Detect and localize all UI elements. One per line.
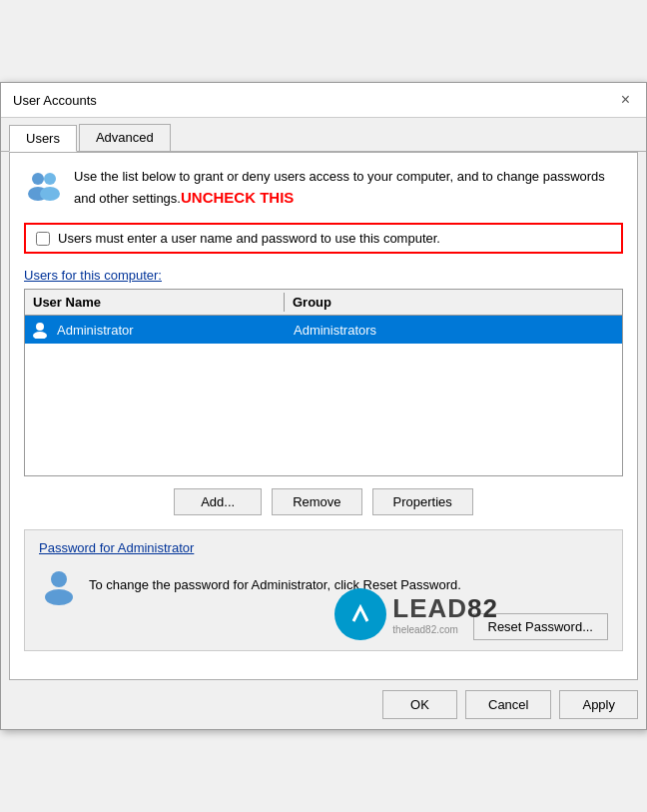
users-section-title: Users for this computer: [24, 268, 623, 283]
user-name-cell: Administrator [51, 321, 286, 340]
table-header: User Name Group [25, 290, 622, 316]
password-description: To change the password for Administrator… [89, 575, 608, 595]
cancel-button[interactable]: Cancel [465, 690, 551, 719]
password-inner: To change the password for Administrator… [39, 565, 608, 605]
svg-point-3 [40, 187, 60, 201]
column-group: Group [285, 293, 622, 312]
svg-point-6 [51, 571, 67, 587]
tab-users[interactable]: Users [9, 125, 77, 152]
table-body: Administrator Administrators [25, 316, 622, 475]
table-row[interactable]: Administrator Administrators [25, 316, 622, 344]
tab-advanced[interactable]: Advanced [79, 124, 171, 151]
window-title: User Accounts [13, 93, 97, 108]
password-icon [39, 565, 79, 605]
users-icon [24, 167, 64, 207]
main-content: Use the list below to grant or deny user… [9, 152, 638, 680]
svg-point-4 [36, 323, 44, 331]
tab-bar: Users Advanced [1, 118, 646, 152]
reset-password-button[interactable]: Reset Password... [473, 613, 609, 640]
title-bar: User Accounts × [1, 83, 646, 118]
remove-button[interactable]: Remove [272, 488, 361, 515]
user-action-buttons: Add... Remove Properties [24, 488, 623, 515]
password-section: Password for Administrator To change the… [24, 529, 623, 651]
password-section-title: Password for Administrator [39, 540, 608, 555]
info-section: Use the list below to grant or deny user… [24, 167, 623, 209]
svg-point-5 [33, 332, 47, 339]
uncheck-label: UNCHECK THIS [181, 189, 294, 206]
user-row-icon [29, 319, 51, 341]
must-enter-password-label[interactable]: Users must enter a user name and passwor… [58, 231, 440, 246]
password-checkbox-row: Users must enter a user name and passwor… [24, 223, 623, 254]
info-text: Use the list below to grant or deny user… [74, 167, 623, 209]
apply-button[interactable]: Apply [559, 690, 638, 719]
column-username: User Name [25, 293, 285, 312]
close-button[interactable]: × [617, 91, 634, 109]
add-button[interactable]: Add... [174, 488, 262, 515]
user-table: User Name Group Administrator Administra… [24, 289, 623, 476]
user-group-cell: Administrators [286, 321, 622, 340]
properties-button[interactable]: Properties [372, 488, 473, 515]
svg-point-2 [44, 173, 56, 185]
svg-point-0 [32, 173, 44, 185]
bottom-buttons: OK Cancel Apply [1, 680, 646, 729]
ok-button[interactable]: OK [382, 690, 457, 719]
must-enter-password-checkbox[interactable] [36, 232, 50, 246]
user-accounts-window: User Accounts × Users Advanced [0, 82, 647, 730]
svg-point-7 [45, 589, 73, 605]
